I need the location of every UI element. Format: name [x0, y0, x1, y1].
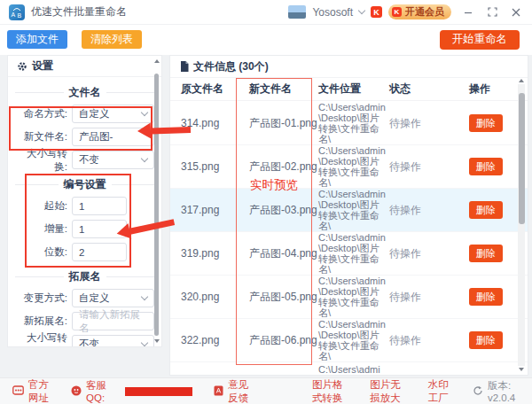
digits-label: 位数: [15, 245, 72, 259]
new-extension-label: 新拓展名: [15, 315, 72, 328]
sidebar-scrollbar[interactable] [153, 58, 160, 345]
clear-list-button[interactable]: 清除列表 [82, 30, 142, 49]
globe-icon [12, 385, 24, 397]
file-path-cell: C:\Users\admin\Desktop\图片转换\文件重命名\ [318, 232, 387, 275]
official-site-label: 官方网址 [28, 378, 50, 404]
digits-input[interactable]: 2 [72, 243, 127, 261]
refresh-icon[interactable] [473, 385, 483, 398]
settings-section: 编号设置起始:1增量:1位数:2 [8, 177, 161, 261]
scroll-up-icon[interactable] [154, 59, 160, 63]
username[interactable]: Yososoft [312, 6, 353, 19]
table-row[interactable]: 314.png产品图-01.pngC:\Users\admin\Desktop\… [170, 102, 528, 145]
table-header-row: 原文件名新文件名文件位置状态操作 [170, 78, 528, 101]
column-header-0: 原文件名 [181, 82, 249, 97]
open-vip-button[interactable]: K 开通会员 [388, 4, 451, 19]
footer-link-support-qq[interactable]: 客服QQ: [71, 379, 192, 403]
digits-value: 2 [79, 247, 84, 258]
maximize-button[interactable] [485, 5, 499, 19]
file-path-cell: C:\Users\admin\Desktop\图片转换\文件重命名\ [318, 319, 387, 361]
section-title: 编号设置 [15, 177, 154, 192]
start-number-input[interactable]: 1 [72, 197, 127, 215]
close-button[interactable] [509, 5, 523, 19]
delete-button[interactable]: 删除 [469, 245, 503, 262]
case-convert-label: 大小写转换: [15, 147, 72, 174]
new-filename-cell: 产品图-02.png [249, 159, 318, 175]
start-rename-button[interactable]: 开始重命名 [440, 30, 520, 50]
redacted-qq-number [125, 387, 192, 396]
settings-section: 文件名命名方式:自定义新文件名:产品图-大小写转换:不变 [8, 85, 161, 169]
new-filename-cell: 产品图-06.png [249, 333, 318, 348]
ext-change-mode-label: 变更方式: [15, 291, 72, 305]
naming-mode-select[interactable]: 自定义 [72, 105, 154, 123]
status-bar: 官方网址客服QQ:意见反馈图片格式转换图片无损放大水印工厂版本: v2.0.4 [0, 377, 532, 404]
watermark-factory-label: 水印工厂 [428, 378, 455, 404]
case-convert-value: 不变 [79, 153, 99, 167]
scroll-down-icon[interactable] [154, 339, 160, 343]
delete-button[interactable]: 删除 [469, 331, 503, 349]
form-row: 位数:2 [15, 243, 154, 261]
new-extension-input[interactable]: 请输入新拓展名 [72, 312, 154, 330]
status-cell: 待操作 [389, 116, 469, 131]
original-filename-cell: 314.png [181, 117, 249, 129]
form-row: 起始:1 [15, 197, 154, 215]
content-area: 设置 文件名命名方式:自定义新文件名:产品图-大小写转换:不变编号设置起始:1增… [0, 55, 532, 377]
case-convert-select[interactable]: 不变 [72, 151, 154, 169]
table-row[interactable]: 320.png产品图-05.pngC:\Users\admin\Desktop\… [170, 276, 528, 319]
table-row[interactable]: 317.png产品图-03.pngC:\Users\admin\Desktop\… [170, 189, 528, 232]
delete-button[interactable]: 删除 [469, 114, 503, 132]
section-title-text: 拓展名 [69, 269, 101, 284]
delete-button[interactable]: 删除 [469, 288, 503, 306]
window-title: 优速文件批量重命名 [31, 4, 127, 19]
minimize-button[interactable] [461, 5, 475, 19]
open-vip-label: 开通会员 [405, 5, 444, 19]
form-row: 变更方式:自定义 [15, 289, 154, 307]
delete-button[interactable]: 删除 [469, 201, 503, 219]
file-path-cell: C:\Users\admin\Desktop\图片转换\文件重命名\ [318, 102, 387, 144]
ext-case-convert-value: 不变 [79, 338, 99, 347]
status-cell: 待操作 [389, 203, 469, 218]
form-row: 增量:1 [15, 220, 154, 238]
new-filename-input[interactable]: 产品图- [72, 128, 154, 146]
app-logo-icon: A B [9, 4, 25, 20]
ext-change-mode-select[interactable]: 自定义 [72, 289, 154, 307]
form-row: 命名方式:自定义 [15, 105, 154, 123]
increment-label: 增量: [15, 222, 72, 236]
scroll-down-icon[interactable] [519, 368, 524, 371]
status-cell: 待操作 [389, 290, 469, 305]
feedback-icon [214, 385, 223, 398]
form-row: 大小写转换:不变 [15, 335, 154, 347]
footer-link-feedback[interactable]: 意见反馈 [214, 378, 250, 404]
original-filename-cell: 322.png [181, 334, 249, 346]
settings-header: 设置 [8, 56, 161, 77]
divider [15, 184, 59, 185]
increment-input[interactable]: 1 [72, 220, 127, 238]
table-scrollbar[interactable] [518, 77, 525, 373]
settings-title: 设置 [32, 58, 53, 74]
table-row[interactable]: 315.png产品图-02.pngC:\Users\admin\Desktop\… [170, 145, 528, 189]
divider [106, 276, 155, 277]
user-avatar[interactable] [288, 5, 306, 19]
delete-button[interactable]: 删除 [469, 158, 503, 175]
svg-text:A: A [12, 11, 16, 17]
scroll-up-icon[interactable] [519, 79, 524, 82]
document-icon [180, 61, 189, 72]
chevron-down-icon[interactable] [358, 7, 365, 14]
add-files-button[interactable]: 添加文件 [7, 30, 67, 49]
form-row: 大小写转换:不变 [15, 151, 154, 169]
section-title: 文件名 [15, 85, 154, 100]
support-qq-label: 客服QQ: [86, 379, 119, 403]
file-table-panel: 文件信息 (30个) 原文件名新文件名文件位置状态操作 314.png产品图-0… [169, 55, 528, 376]
new-filename-cell: 产品图-01.png [249, 116, 318, 131]
status-cell: 待操作 [389, 246, 469, 261]
footer-link-official-site[interactable]: 官方网址 [12, 378, 50, 404]
footer-link-image-lossless-upscale[interactable]: 图片无损放大 [370, 378, 410, 404]
new-filename-cell: 产品图-05.png [249, 290, 318, 305]
table-row[interactable]: 319.png产品图-04.pngC:\Users\admin\Desktop\… [170, 232, 528, 276]
footer-link-image-format-convert[interactable]: 图片格式转换 [312, 378, 352, 404]
table-row[interactable]: 322.png产品图-06.pngC:\Users\admin\Desktop\… [170, 319, 528, 362]
ext-case-convert-select[interactable]: 不变 [72, 335, 154, 347]
footer-link-watermark-factory[interactable]: 水印工厂 [428, 378, 455, 404]
settings-section: 拓展名变更方式:自定义新拓展名:请输入新拓展名大小写转换:不变 [8, 269, 161, 347]
version-info: 版本: v2.0.4 [473, 379, 518, 403]
increment-value: 1 [79, 224, 84, 235]
